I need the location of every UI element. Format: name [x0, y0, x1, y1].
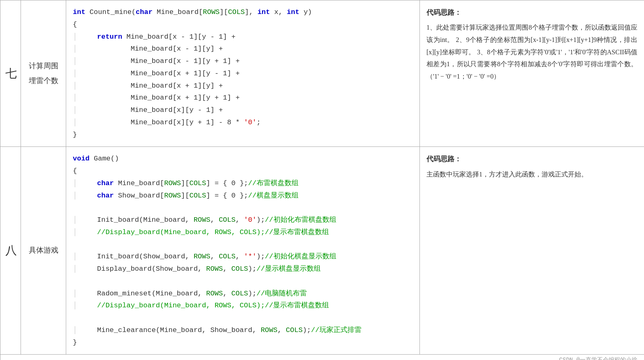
- table-row: 七计算周围埋雷个数int Count_mine(char Mine_board[…: [0, 0, 644, 147]
- row-label: 计算周围埋雷个数: [21, 0, 66, 147]
- notes-title: 代码思路：: [426, 153, 637, 165]
- row-notes: 代码思路：主函数中玩家选择1，方才进入此函数，游戏正式开始。: [420, 147, 644, 355]
- row-code: void Game(){│ char Mine_board[ROWS][COLS…: [66, 147, 420, 355]
- row-notes: 代码思路：1、此处需要计算玩家选择位置周围8个格子埋雷个数，所以函数返回值应该为…: [420, 0, 644, 147]
- notes-content: 1、此处需要计算玩家选择位置周围8个格子埋雷个数，所以函数返回值应该为int。 …: [426, 21, 637, 82]
- notes-content: 主函数中玩家选择1，方才进入此函数，游戏正式开始。: [426, 168, 637, 181]
- footer-credit: CSDN @一直学不会编程的小徐: [0, 355, 644, 360]
- main-table: 七计算周围埋雷个数int Count_mine(char Mine_board[…: [0, 0, 644, 360]
- row-number: 七: [0, 0, 21, 147]
- row-number: 八: [0, 147, 21, 355]
- footer-row: CSDN @一直学不会编程的小徐: [0, 355, 644, 360]
- notes-title: 代码思路：: [426, 6, 637, 19]
- row-label: 具体游戏: [21, 147, 66, 355]
- table-row: 八具体游戏void Game(){│ char Mine_board[ROWS]…: [0, 147, 644, 355]
- row-code: int Count_mine(char Mine_board[ROWS][COL…: [66, 0, 420, 147]
